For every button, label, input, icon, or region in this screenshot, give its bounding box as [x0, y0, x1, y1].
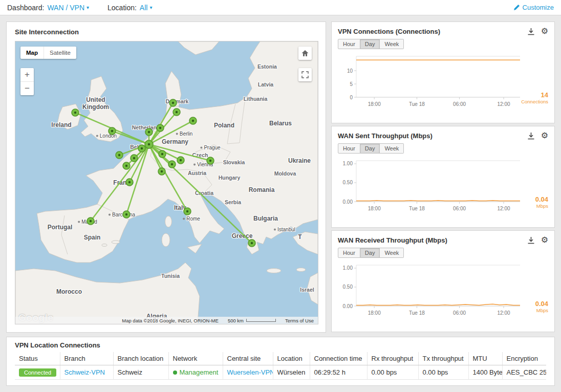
- download-icon[interactable]: [527, 236, 535, 244]
- cell-connection_time: 06:29:52 h: [310, 365, 367, 380]
- panel-title: VPN Location Connections: [15, 341, 546, 349]
- site-marker-zurich[interactable]: [158, 168, 165, 175]
- terms-of-use-link[interactable]: Terms of Use: [285, 318, 314, 323]
- cell-location: Würselen: [273, 365, 310, 380]
- svg-text:0.00: 0.00: [343, 199, 353, 205]
- range-tabs: HourDayWeek: [338, 248, 404, 258]
- site-marker-normandy[interactable]: [116, 151, 123, 159]
- site-marker-paris[interactable]: [123, 162, 130, 169]
- site-marker-brussels[interactable]: [138, 145, 145, 152]
- site-marker-vienna[interactable]: [207, 157, 214, 164]
- map-home-button[interactable]: [298, 47, 312, 60]
- site-marker-amsterdam[interactable]: [157, 124, 164, 132]
- pencil-icon: [513, 4, 520, 11]
- wan-sent-panel: WAN Sent Throughput (Mbps) ⚙ HourDayWeek…: [331, 126, 555, 228]
- range-tab-day[interactable]: Day: [360, 248, 380, 258]
- svg-text:Tue 18: Tue 18: [409, 206, 425, 211]
- chevron-down-icon: ▾: [87, 5, 89, 10]
- central_site-link[interactable]: Wuerselen-VPN: [227, 368, 273, 376]
- location-label: Location:: [107, 4, 137, 12]
- site-marker-madrid[interactable]: [87, 217, 94, 225]
- column-header-central_site: Central site: [223, 352, 273, 365]
- zoom-out-button[interactable]: −: [20, 81, 34, 95]
- column-header-status: Status: [15, 352, 60, 365]
- customize-button[interactable]: Customize: [513, 4, 554, 11]
- map-attribution-bar: Map data ©2018 Google, INEGI, ORION-ME 5…: [15, 317, 318, 324]
- gear-icon[interactable]: ⚙: [541, 132, 548, 140]
- network-name[interactable]: Management: [180, 368, 219, 376]
- svg-text:1.00: 1.00: [343, 161, 353, 166]
- range-tabs: HourDayWeek: [338, 143, 404, 154]
- svg-text:18:00: 18:00: [368, 310, 381, 316]
- main-content: Site Interconnection: [0, 15, 561, 333]
- map-zoom-control: + −: [20, 68, 34, 95]
- range-tab-hour[interactable]: Hour: [338, 143, 360, 154]
- panel-title: WAN Received Throughput (Mbps): [338, 236, 447, 244]
- site-marker-rotterdam[interactable]: [145, 128, 153, 136]
- column-header-connection_time: Connection time: [310, 352, 367, 365]
- customize-label: Customize: [523, 4, 554, 11]
- range-tab-hour[interactable]: Hour: [338, 39, 360, 49]
- cell-tx_throughput: 0.00 bps: [418, 365, 468, 380]
- site-marker-lyon[interactable]: [126, 179, 133, 186]
- site-interconnection-panel: Site Interconnection: [6, 21, 326, 333]
- svg-text:18:00: 18:00: [368, 101, 381, 107]
- map-fullscreen-button[interactable]: [298, 68, 312, 81]
- dashboard-selector[interactable]: WAN / VPN ▾: [47, 4, 89, 12]
- dashboard-label: Dashboard:: [7, 4, 44, 12]
- range-tab-week[interactable]: Week: [380, 248, 404, 258]
- site-marker-london[interactable]: [109, 127, 116, 135]
- site-marker-stuttgart[interactable]: [168, 161, 176, 168]
- gear-icon[interactable]: ⚙: [541, 27, 548, 35]
- site-marker-cologne[interactable]: [159, 150, 166, 158]
- site-marker-frankfurt[interactable]: [177, 157, 184, 164]
- svg-text:06:00: 06:00: [453, 310, 466, 316]
- column-header-encryption: Encryption: [502, 352, 546, 365]
- range-tab-week[interactable]: Week: [380, 39, 404, 49]
- svg-text:10: 10: [347, 68, 353, 74]
- location-selector[interactable]: All ▾: [140, 4, 153, 12]
- branch-link[interactable]: Schweiz-VPN: [64, 368, 105, 376]
- cell-rx_throughput: 0.00 bps: [367, 365, 418, 380]
- vpn-connections-chart: 051018:00Tue 1806:0012:00: [338, 51, 525, 112]
- current-value: 0.04 Mbps: [535, 195, 548, 209]
- site-marker-ireland[interactable]: [72, 109, 79, 116]
- range-tab-week[interactable]: Week: [380, 143, 404, 154]
- wan-received-chart: 0.000.501.0018:00Tue 1806:0012:00: [338, 260, 525, 320]
- satellite-view-button[interactable]: Satellite: [44, 47, 76, 59]
- range-tab-day[interactable]: Day: [360, 143, 380, 154]
- site-marker-athens[interactable]: [248, 239, 255, 247]
- range-tabs: HourDayWeek: [338, 39, 404, 49]
- site-marker-denmark[interactable]: [169, 99, 177, 106]
- table-header-row: StatusBranchBranch locationNetworkCentra…: [15, 352, 546, 365]
- svg-text:0.50: 0.50: [343, 180, 353, 185]
- chevron-down-icon: ▾: [149, 5, 152, 10]
- current-value: 0.04 Mbps: [535, 300, 548, 313]
- svg-text:0: 0: [350, 95, 353, 100]
- svg-text:0.50: 0.50: [343, 284, 353, 290]
- site-marker-lille[interactable]: [131, 155, 138, 162]
- svg-text:1.00: 1.00: [343, 265, 353, 271]
- zoom-in-button[interactable]: +: [20, 68, 34, 81]
- site-marker-hamburg[interactable]: [173, 108, 180, 116]
- range-tab-day[interactable]: Day: [360, 39, 380, 49]
- europe-map[interactable]: United KingdomIrelandLondonDenmarkNether…: [15, 41, 318, 324]
- site-marker-rome[interactable]: [184, 208, 191, 215]
- column-header-branch: Branch: [60, 352, 113, 365]
- site-marker-barcelona[interactable]: [123, 211, 130, 218]
- svg-text:5: 5: [350, 81, 353, 87]
- column-header-network: Network: [168, 352, 223, 365]
- column-header-rx_throughput: Rx throughput: [367, 352, 418, 365]
- range-tab-hour[interactable]: Hour: [338, 248, 360, 258]
- gear-icon[interactable]: ⚙: [541, 236, 548, 244]
- chart-line: [356, 201, 520, 201]
- download-icon[interactable]: [527, 132, 535, 140]
- vpn-link-line-london: [112, 131, 149, 144]
- download-icon[interactable]: [527, 28, 535, 35]
- svg-text:06:00: 06:00: [453, 206, 466, 211]
- site-marker-berlin[interactable]: [189, 117, 197, 124]
- map-view-button[interactable]: Map: [20, 47, 44, 59]
- site-marker-wuerselen-hub[interactable]: [145, 140, 153, 148]
- location-value: All: [140, 4, 148, 12]
- fullscreen-icon: [301, 71, 309, 78]
